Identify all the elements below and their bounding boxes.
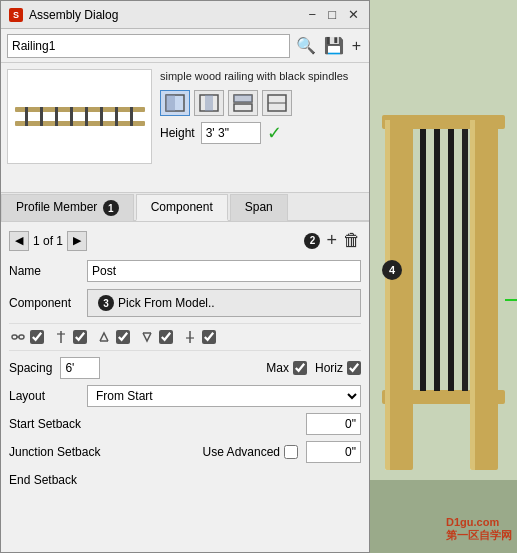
nav-next-button[interactable]: ▶ xyxy=(67,231,87,251)
nav-prev-button[interactable]: ◀ xyxy=(9,231,29,251)
nav-row: ◀ 1 of 1 ▶ 2 + 🗑 xyxy=(9,228,361,253)
layout-icon-2[interactable] xyxy=(194,90,224,116)
preview-section: simple wood railing with black spindles … xyxy=(1,63,369,193)
opt-icon-1 xyxy=(9,328,27,346)
svg-rect-5 xyxy=(70,107,73,126)
opt-check-3[interactable] xyxy=(116,330,130,344)
layout-icon-3[interactable] xyxy=(228,90,258,116)
height-label: Height xyxy=(160,126,195,140)
horiz-checkbox[interactable] xyxy=(347,361,361,375)
add-component-button[interactable]: + xyxy=(326,230,337,251)
height-input[interactable] xyxy=(201,122,261,144)
nav-controls: ◀ 1 of 1 ▶ xyxy=(9,231,87,251)
content-area: ◀ 1 of 1 ▶ 2 + 🗑 Name Component 3 Pick F… xyxy=(1,222,369,552)
maximize-button[interactable]: □ xyxy=(326,7,338,22)
add-button[interactable]: + xyxy=(350,35,363,57)
svg-rect-41 xyxy=(385,120,390,470)
name-form-row: Name xyxy=(9,259,361,283)
layout-icon-4[interactable] xyxy=(262,90,292,116)
opt-group-2 xyxy=(52,328,87,346)
opt-group-1 xyxy=(9,328,44,346)
spacing-row: Spacing Max Horiz xyxy=(9,357,361,379)
junction-setback-input[interactable] xyxy=(306,441,361,463)
svg-rect-13 xyxy=(205,95,213,111)
dialog-title: Assembly Dialog xyxy=(29,8,301,22)
pick-from-model-button[interactable]: 3 Pick From Model.. xyxy=(87,289,361,317)
opt-icon-3 xyxy=(95,328,113,346)
end-setback-label: End Setback xyxy=(9,473,361,487)
use-advanced-group: Use Advanced xyxy=(203,445,298,459)
railing-preview-svg xyxy=(10,97,150,137)
opt-icon-5 xyxy=(181,328,199,346)
tab-profile-member-badge: 1 xyxy=(103,200,119,216)
tab-profile-member[interactable]: Profile Member 1 xyxy=(1,194,134,221)
spacing-max-group: Max xyxy=(266,361,307,375)
opt-check-2[interactable] xyxy=(73,330,87,344)
end-setback-row: End Setback xyxy=(9,469,361,491)
save-button[interactable]: 💾 xyxy=(322,34,346,57)
delete-component-button[interactable]: 🗑 xyxy=(343,230,361,251)
height-confirm-icon[interactable]: ✓ xyxy=(267,122,282,144)
spacing-label: Spacing xyxy=(9,361,52,375)
search-row: 🔍 💾 + xyxy=(1,29,369,63)
opt-group-5 xyxy=(181,328,216,346)
app-icon: S xyxy=(9,8,23,22)
assembly-dialog: S Assembly Dialog − □ ✕ 🔍 💾 + xyxy=(0,0,370,553)
tab-component[interactable]: Component xyxy=(136,194,228,221)
spacing-input[interactable] xyxy=(60,357,100,379)
name-label: Name xyxy=(9,264,79,278)
svg-rect-2 xyxy=(25,107,28,126)
watermark: D1gu.com 第一区自学网 xyxy=(446,516,512,543)
opt-icon-2 xyxy=(52,328,70,346)
assembly-name-input[interactable] xyxy=(7,34,290,58)
opt-check-1[interactable] xyxy=(30,330,44,344)
svg-rect-35 xyxy=(382,390,505,404)
layout-row: Layout From Start From End Centered Unif… xyxy=(9,385,361,407)
svg-rect-4 xyxy=(55,107,58,126)
spacing-horiz-group: Horiz xyxy=(315,361,361,375)
svg-rect-39 xyxy=(462,129,468,391)
opt-group-3 xyxy=(95,328,130,346)
tab-row: Profile Member 1 Component Span xyxy=(1,193,369,222)
svg-rect-11 xyxy=(166,95,175,111)
svg-rect-34 xyxy=(382,115,505,129)
preview-icon-row xyxy=(160,90,363,116)
max-checkbox[interactable] xyxy=(293,361,307,375)
junction-setback-label: Junction Setback xyxy=(9,445,195,459)
search-button[interactable]: 🔍 xyxy=(294,34,318,57)
svg-rect-37 xyxy=(434,129,440,391)
svg-rect-9 xyxy=(130,107,133,126)
3d-viewport: 4 D1gu.com 第一区自学网 xyxy=(370,0,517,553)
start-setback-row: Start Setback xyxy=(9,413,361,435)
component-badge-2: 2 xyxy=(304,233,320,249)
layout-label: Layout xyxy=(9,389,79,403)
svg-rect-8 xyxy=(115,107,118,126)
svg-rect-3 xyxy=(40,107,43,126)
use-advanced-label: Use Advanced xyxy=(203,445,280,459)
horiz-label: Horiz xyxy=(315,361,343,375)
minimize-button[interactable]: − xyxy=(307,7,319,22)
layout-select[interactable]: From Start From End Centered Uniform xyxy=(87,385,361,407)
name-input[interactable] xyxy=(87,260,361,282)
svg-rect-0 xyxy=(15,107,145,112)
svg-rect-7 xyxy=(100,107,103,126)
window-controls: − □ ✕ xyxy=(307,7,361,22)
action-controls: 2 + 🗑 xyxy=(302,230,361,251)
svg-rect-20 xyxy=(19,335,24,339)
tab-profile-member-label: Profile Member xyxy=(16,200,97,214)
close-button[interactable]: ✕ xyxy=(346,7,361,22)
start-setback-input[interactable] xyxy=(306,413,361,435)
tab-span[interactable]: Span xyxy=(230,194,288,221)
opt-check-5[interactable] xyxy=(202,330,216,344)
svg-rect-38 xyxy=(448,129,454,391)
opt-check-4[interactable] xyxy=(159,330,173,344)
layout-icon-1[interactable] xyxy=(160,90,190,116)
svg-rect-36 xyxy=(420,129,426,391)
preview-description: simple wood railing with black spindles xyxy=(160,69,363,84)
use-advanced-checkbox[interactable] xyxy=(284,445,298,459)
tab-component-label: Component xyxy=(151,200,213,214)
height-row: Height ✓ xyxy=(160,122,363,144)
svg-rect-19 xyxy=(12,335,17,339)
max-label: Max xyxy=(266,361,289,375)
nav-page-indicator: 1 of 1 xyxy=(33,234,63,248)
